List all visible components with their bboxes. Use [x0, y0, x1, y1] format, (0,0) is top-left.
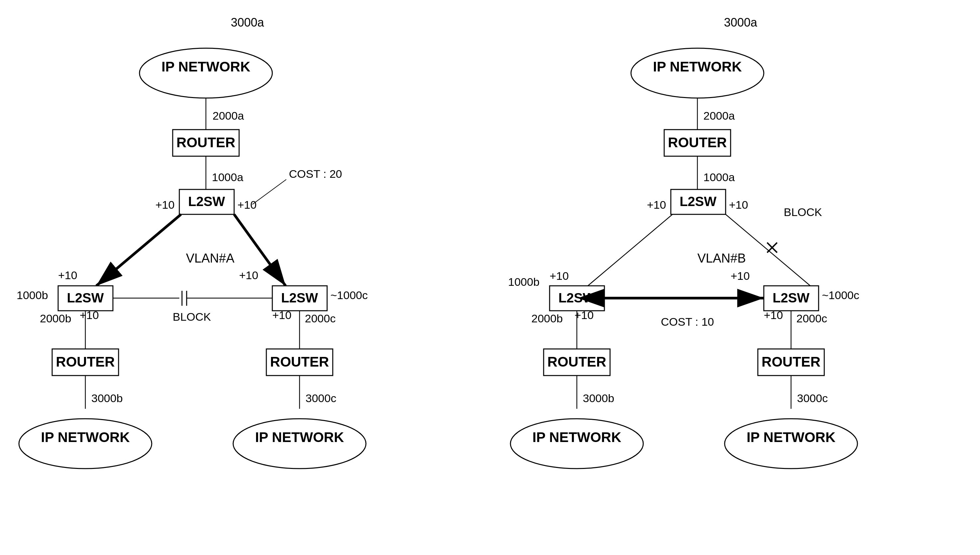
svg-text:IP NETWORK: IP NETWORK — [653, 59, 742, 74]
svg-text:2000a: 2000a — [703, 109, 735, 122]
svg-line-16 — [96, 214, 181, 286]
svg-text:ROUTER: ROUTER — [547, 354, 606, 370]
svg-text:+10: +10 — [729, 198, 748, 211]
svg-text:+10: +10 — [237, 198, 257, 211]
svg-text:IP NETWORK: IP NETWORK — [747, 429, 836, 445]
svg-text:3000c: 3000c — [305, 392, 336, 404]
svg-text:2000a: 2000a — [213, 109, 244, 122]
svg-text:+10: +10 — [80, 309, 99, 321]
svg-text:ROUTER: ROUTER — [176, 135, 235, 150]
svg-text:COST : 20: COST : 20 — [289, 167, 342, 180]
svg-text:VLAN#B: VLAN#B — [697, 251, 746, 265]
svg-text:COST : 10: COST : 10 — [661, 315, 714, 328]
svg-text:~1000c: ~1000c — [822, 289, 859, 302]
svg-text:1000a: 1000a — [703, 171, 735, 183]
svg-text:L2SW: L2SW — [679, 194, 716, 209]
svg-text:2000b: 2000b — [40, 312, 71, 325]
main-container: IP NETWORK 3000a 2000a ROUTER 1000a L2SW… — [0, 0, 980, 555]
svg-text:+10: +10 — [574, 309, 594, 321]
svg-text:2000c: 2000c — [796, 312, 827, 325]
svg-text:ROUTER: ROUTER — [668, 135, 727, 150]
svg-text:VLAN#A: VLAN#A — [186, 251, 235, 265]
svg-text:IP NETWORK: IP NETWORK — [255, 429, 344, 445]
svg-text:IP NETWORK: IP NETWORK — [161, 59, 250, 74]
svg-text:IP NETWORK: IP NETWORK — [41, 429, 130, 445]
svg-text:IP NETWORK: IP NETWORK — [532, 429, 621, 445]
svg-text:+10: +10 — [272, 309, 292, 321]
svg-text:3000c: 3000c — [797, 392, 828, 404]
svg-text:ROUTER: ROUTER — [270, 354, 329, 370]
svg-text:1000a: 1000a — [212, 171, 243, 183]
svg-text:+10: +10 — [647, 198, 666, 211]
svg-text:L2SW: L2SW — [67, 290, 104, 305]
svg-text:+10: +10 — [58, 269, 77, 281]
svg-text:+10: +10 — [550, 269, 569, 282]
svg-text:L2SW: L2SW — [281, 290, 318, 305]
svg-text:+10: +10 — [731, 269, 750, 282]
svg-text:L2SW: L2SW — [188, 194, 225, 209]
svg-text:2000c: 2000c — [305, 312, 336, 325]
svg-text:ROUTER: ROUTER — [761, 354, 820, 370]
svg-text:1000b: 1000b — [17, 289, 48, 302]
svg-text:3000b: 3000b — [91, 392, 123, 404]
svg-text:3000a: 3000a — [724, 16, 758, 29]
svg-text:2000b: 2000b — [531, 312, 563, 325]
svg-text:L2SW: L2SW — [558, 290, 595, 305]
svg-line-64 — [588, 214, 673, 286]
svg-line-14 — [253, 180, 286, 204]
svg-text:BLOCK: BLOCK — [784, 206, 822, 218]
svg-text:BLOCK: BLOCK — [173, 310, 211, 323]
svg-text:ROUTER: ROUTER — [56, 354, 115, 370]
svg-text:+10: +10 — [155, 198, 175, 211]
svg-text:1000b: 1000b — [508, 276, 540, 288]
svg-text:~1000c: ~1000c — [331, 289, 368, 302]
svg-text:L2SW: L2SW — [772, 290, 809, 305]
svg-text:3000a: 3000a — [231, 16, 264, 29]
svg-text:+10: +10 — [239, 269, 258, 281]
svg-text:+10: +10 — [764, 309, 783, 321]
svg-text:3000b: 3000b — [583, 392, 614, 404]
